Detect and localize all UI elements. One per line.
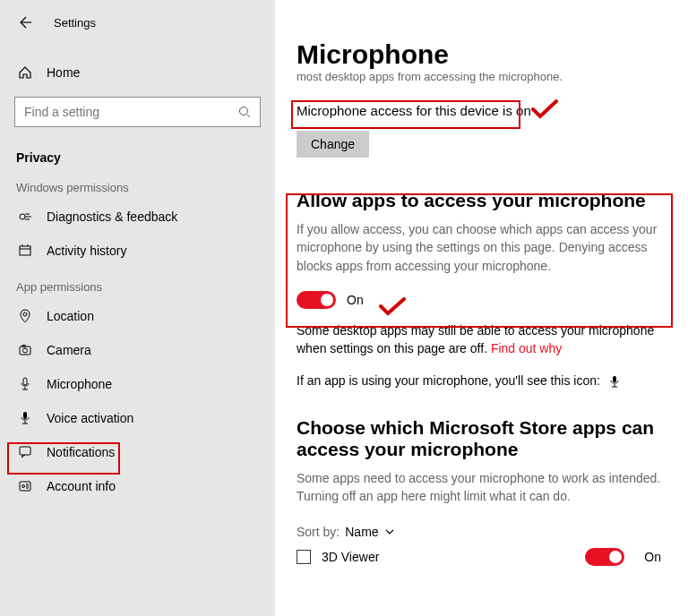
allow-apps-toggle-state: On (347, 293, 364, 307)
truncated-prior-text: most desktop apps from accessing the mic… (297, 70, 670, 83)
svg-point-3 (23, 312, 27, 316)
svg-rect-12 (613, 376, 616, 382)
svg-point-11 (22, 485, 25, 488)
location-label: Location (47, 309, 94, 323)
diagnostics-label: Diagnostics & feedback (47, 210, 177, 224)
mic-access-status: Microphone access for this device is on (297, 103, 670, 118)
sidebar-item-diagnostics[interactable]: Diagnostics & feedback (0, 200, 275, 234)
svg-point-1 (20, 214, 25, 219)
choose-apps-heading: Choose which Microsoft Store apps can ac… (297, 417, 670, 460)
sidebar-item-camera[interactable]: Camera (0, 333, 275, 367)
change-button[interactable]: Change (297, 131, 369, 158)
sidebar-item-activity-history[interactable]: Activity history (0, 234, 275, 268)
activity-label: Activity history (47, 244, 126, 258)
home-icon (16, 65, 34, 80)
sidebar-item-account-info[interactable]: Account info (0, 469, 275, 503)
voice-icon (16, 411, 34, 425)
account-icon (16, 479, 34, 493)
activity-icon (16, 244, 34, 258)
microphone-label: Microphone (47, 377, 112, 391)
home-label: Home (47, 65, 80, 80)
sidebar-item-home[interactable]: Home (0, 56, 275, 90)
microphone-icon (16, 377, 34, 391)
app-row-3d-viewer: 3D Viewer On (297, 548, 670, 566)
settings-sidebar: Settings Home Privacy Windows permission… (0, 0, 275, 616)
group-header-windows-permissions: Windows permissions (0, 168, 275, 200)
allow-apps-toggle-row: On (297, 291, 670, 309)
sidebar-item-voice-activation[interactable]: Voice activation (0, 401, 275, 435)
svg-rect-2 (20, 246, 30, 255)
notifications-icon (16, 445, 34, 459)
sort-by-value: Name (345, 525, 378, 539)
sidebar-topbar: Settings (0, 14, 275, 30)
chevron-down-icon (384, 526, 395, 537)
app-title: Settings (54, 16, 96, 30)
search-input[interactable] (24, 105, 203, 119)
app-name-3d-viewer: 3D Viewer (322, 550, 379, 564)
search-icon (238, 106, 251, 118)
app-toggle-state-3d-viewer: On (644, 550, 661, 564)
sidebar-item-microphone[interactable]: Microphone (0, 367, 275, 401)
svg-rect-7 (23, 378, 27, 385)
app-toggle-3d-viewer[interactable] (585, 548, 624, 566)
allow-apps-heading: Allow apps to access your microphone (297, 190, 670, 211)
voice-label: Voice activation (47, 411, 133, 425)
section-label-privacy: Privacy (0, 143, 275, 168)
camera-icon (16, 343, 34, 357)
svg-point-5 (23, 348, 28, 353)
svg-rect-9 (20, 447, 30, 455)
allow-apps-toggle[interactable] (297, 291, 336, 309)
app-icon-3d-viewer (297, 550, 311, 564)
sidebar-item-notifications[interactable]: Notifications (0, 435, 275, 469)
camera-label: Camera (47, 343, 91, 357)
mic-indicator-icon (609, 376, 620, 389)
notifications-label: Notifications (47, 445, 115, 459)
group-header-app-permissions: App permissions (0, 268, 275, 299)
search-box[interactable] (14, 97, 261, 127)
page-title: Microphone (297, 39, 670, 70)
svg-point-0 (240, 107, 248, 116)
sort-by-control[interactable]: Sort by: Name (297, 525, 670, 539)
location-icon (16, 309, 34, 323)
svg-rect-4 (20, 346, 30, 355)
mic-in-use-note: If an app is using your microphone, you'… (297, 372, 670, 389)
find-out-why-link[interactable]: Find out why (491, 341, 562, 355)
sidebar-item-location[interactable]: Location (0, 299, 275, 333)
feedback-icon (16, 210, 34, 224)
choose-apps-description: Some apps need to access your microphone… (297, 469, 670, 506)
main-content: Microphone most desktop apps from access… (275, 0, 688, 616)
back-arrow-icon[interactable] (16, 14, 32, 30)
account-label: Account info (47, 479, 116, 493)
allow-apps-description: If you allow access, you can choose whic… (297, 220, 670, 275)
svg-rect-8 (23, 412, 27, 419)
desktop-apps-note: Some desktop apps may still be able to a… (297, 321, 670, 358)
